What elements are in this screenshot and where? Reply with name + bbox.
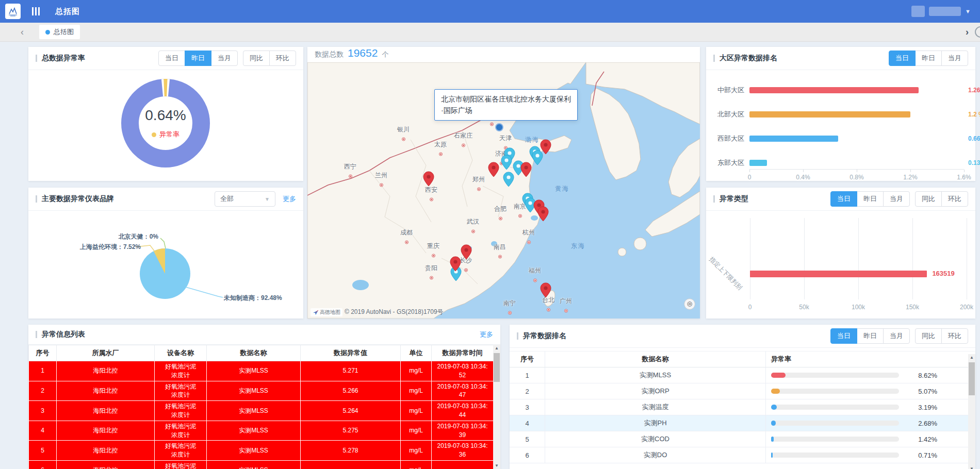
map-attribution: 高德地图 © 2019 AutoNavi - GS(2018)1709号 [311,308,444,316]
panel-anomaly-type: 异常类型 当日昨日当月同比环比 指定上下限判别 050k100k150k200k… [706,188,975,319]
region-bar [749,111,910,118]
map-pin-red[interactable] [450,256,461,272]
user-name[interactable] [929,7,961,16]
map-pin-red[interactable] [488,162,499,177]
region-bar-row: 东部大区0.13 % [706,152,975,174]
user-menu-caret-icon[interactable]: ▼ [965,8,971,14]
alarm-more-link[interactable]: 更多 [480,330,493,339]
chevron-down-icon: ▼ [265,196,270,202]
scroll-up-icon[interactable]: ▲ [968,354,975,361]
rank-row[interactable]: 3实测温度3.19% [510,399,975,415]
app-logo[interactable] [5,4,21,19]
map-header: 数据总数 19652 个 [307,47,700,62]
time-tab-昨日[interactable]: 昨日 [915,51,942,66]
region-bar-chart: 中部大区1.26 %北部大区1.2 %西部大区0.66 %东部大区0.13 % … [706,70,975,181]
panel-rank-tabs: 当日昨日当月同比环比 [830,328,968,344]
map-pin-red[interactable] [461,244,472,260]
scroll-up-icon[interactable]: ▲ [493,345,500,352]
time-tab-昨日[interactable]: 昨日 [185,51,211,66]
amap-logo: 高德地图 [311,308,342,316]
compare-tab-环比[interactable]: 环比 [941,191,968,207]
time-tab-当月[interactable]: 当月 [211,51,238,66]
time-tab-当月[interactable]: 当月 [941,51,968,66]
alarm-row[interactable]: 1海阳北控好氧池污泥浓度计实测MLSS5.271mg/L2019-07-03 1… [29,361,494,381]
region-bar-row: 中部大区1.26 % [706,79,975,102]
alarm-row[interactable]: 6海阳北控好氧池污泥浓度计实测MLSSmg/L [29,460,494,469]
alarm-col-header: 数据名称 [207,345,301,361]
alarm-col-header: 设备名称 [155,345,207,361]
tabs-refresh-icon[interactable] [975,26,980,38]
panel-map: 数据总数 19652 个 [307,47,700,319]
region-bar [749,136,838,142]
alarm-row[interactable]: 2海阳北控好氧池污泥浓度计实测MLSS5.266mg/L2019-07-03 1… [29,381,494,401]
time-tab-当月[interactable]: 当月 [883,191,910,207]
map-pin-red[interactable] [540,139,551,155]
map-locate-button[interactable]: ◎ [684,298,695,310]
map-pin-red[interactable] [540,282,551,298]
compare-tab-同比[interactable]: 同比 [243,51,270,66]
alarm-col-header: 单位 [401,345,432,361]
menu-toggle-icon[interactable] [32,7,40,15]
panel-data-rank: 异常数据排名 当日昨日当月同比环比 序号数据名称异常率1实测MLSS8.62%2… [510,325,975,469]
panel-brand-title: 主要数据异常仪表品牌 [36,194,114,204]
compare-tab-同比[interactable]: 同比 [915,328,942,344]
rank-row[interactable]: 2实测ORP5.07% [510,383,975,399]
rank-row[interactable]: 5实测COD1.42% [510,431,975,447]
alarm-row[interactable]: 3海阳北控好氧池污泥浓度计实测MLSS5.264mg/L2019-07-03 1… [29,401,494,421]
map-copyright: © 2019 AutoNavi - GS(2018)1709号 [345,308,444,316]
panel-region-tabs: 当日昨日当月 [889,51,968,66]
compare-tab-环比[interactable]: 环比 [941,328,968,344]
user-avatar[interactable] [911,6,925,17]
rank-scrollbar[interactable]: ▲ ▼ [968,354,975,469]
time-tab-昨日[interactable]: 昨日 [857,191,884,207]
rank-bar [771,421,776,426]
time-tab-当日[interactable]: 当日 [830,328,857,344]
brand-more-link[interactable]: 更多 [283,194,296,204]
rank-row[interactable]: 6实测DO0.71% [510,447,975,463]
rank-bar [771,373,786,378]
scroll-down-icon[interactable]: ▼ [968,465,975,469]
rank-table: 序号数据名称异常率1实测MLSS8.62%2实测ORP5.07%3实测温度3.1… [510,351,975,463]
map-pin-red[interactable] [423,171,434,187]
brand-filter-select[interactable]: 全部 ▼ [215,191,275,207]
tab-overview[interactable]: 总括图 [39,25,80,39]
tab-active-dot [45,30,50,35]
alarm-row[interactable]: 4海阳北控好氧池污泥浓度计实测MLSS5.275mg/L2019-07-03 1… [29,421,494,441]
compare-tab-同比[interactable]: 同比 [915,191,942,207]
rank-row[interactable]: 1实测MLSS8.62% [510,367,975,383]
time-tab-当日[interactable]: 当日 [158,51,185,66]
tabs-scroll-right-icon[interactable]: › [959,23,975,41]
logo-glyph [7,6,19,17]
panel-total-header: 总数据异常率 当日昨日当月同比环比 [28,47,303,70]
time-tab-当月[interactable]: 当月 [883,328,910,344]
rank-table-wrap: 序号数据名称异常率1实测MLSS8.62%2实测ORP5.07%3实测温度3.1… [510,351,975,463]
rank-row[interactable]: 4实测PH2.68% [510,415,975,431]
amap-plane-icon [313,309,319,315]
panel-alarm-header: 异常信息列表 更多 [28,325,500,345]
map-pin-red[interactable] [520,162,532,177]
time-tab-当日[interactable]: 当日 [830,191,857,207]
time-tab-当日[interactable]: 当日 [889,51,916,66]
panel-region-title: 大区异常数据排名 [713,54,777,63]
scroll-down-icon[interactable]: ▼ [493,462,500,469]
time-tab-昨日[interactable]: 昨日 [857,328,884,344]
map-pin-blue[interactable] [501,155,512,170]
pie-label-bjtj: 北京天健：0% [119,232,158,241]
map-tooltip: 北京市朝阳区崔各庄镇北控水务大厦保利·国际广场 [434,89,578,121]
china-map[interactable]: 北京市朝阳区崔各庄镇北控水务大厦保利·国际广场 高德地图 © 2019 Auto… [307,62,700,319]
tabs-scroll-left-icon[interactable]: ‹ [14,23,30,41]
compare-tab-环比[interactable]: 环比 [269,51,296,66]
panel-type-title: 异常类型 [713,194,748,204]
alarm-row[interactable]: 5海阳北控好氧池污泥浓度计实测MLSS5.278mg/L2019-07-03 1… [29,441,494,461]
brand-pie-chart: 北京天健：0% 上海益伦环境：7.52% 未知制造商：92.48% [28,211,303,319]
map-pin-blue[interactable] [503,172,514,187]
map-pin-red[interactable] [537,206,549,222]
region-bar-row: 北部大区1.2 % [706,103,975,126]
alarm-scrollbar[interactable]: ▲ ▼ [493,345,500,469]
rank-bar [771,437,774,442]
rank-col-header: 异常率 [766,355,975,364]
panel-alarm-list: 异常信息列表 更多 序号所属水厂设备名称数据名称数据异常值单位数据异常时间1海阳… [28,325,500,469]
panel-alarm-title: 异常信息列表 [36,330,85,339]
selected-city-marker[interactable] [495,123,503,131]
alarm-table-wrap: 序号所属水厂设备名称数据名称数据异常值单位数据异常时间1海阳北控好氧池污泥浓度计… [28,345,500,469]
